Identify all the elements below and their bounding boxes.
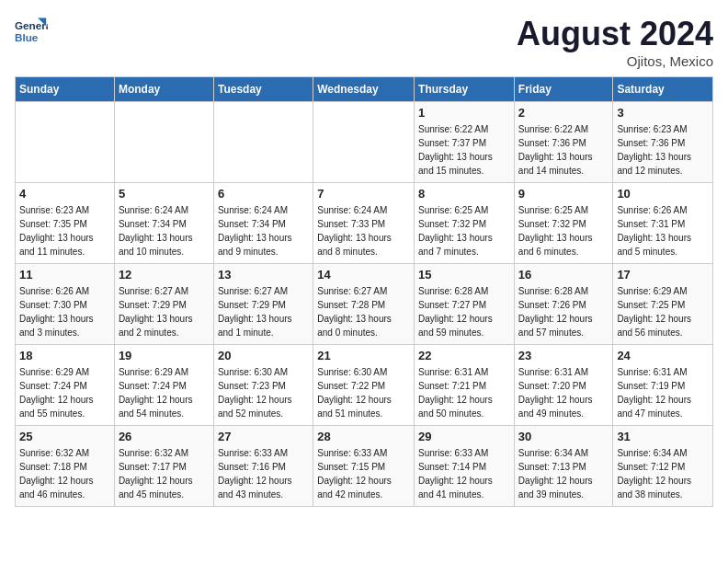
day-info: Sunrise: 6:31 AM Sunset: 7:19 PM Dayligh… [617,365,709,420]
calendar-cell: 22Sunrise: 6:31 AM Sunset: 7:21 PM Dayli… [415,345,515,426]
day-number: 6 [218,187,309,201]
day-number: 13 [218,268,309,282]
day-number: 14 [317,268,410,282]
day-info: Sunrise: 6:27 AM Sunset: 7:28 PM Dayligh… [317,284,410,339]
calendar-cell: 27Sunrise: 6:33 AM Sunset: 7:16 PM Dayli… [213,426,313,507]
calendar-cell: 19Sunrise: 6:29 AM Sunset: 7:24 PM Dayli… [114,345,213,426]
day-info: Sunrise: 6:29 AM Sunset: 7:24 PM Dayligh… [19,365,110,420]
calendar-cell: 6Sunrise: 6:24 AM Sunset: 7:34 PM Daylig… [213,183,313,264]
calendar-cell: 11Sunrise: 6:26 AM Sunset: 7:30 PM Dayli… [16,264,115,345]
calendar-cell [313,102,415,183]
calendar-cell: 28Sunrise: 6:33 AM Sunset: 7:15 PM Dayli… [313,426,415,507]
day-number: 2 [518,106,609,120]
calendar-cell: 31Sunrise: 6:34 AM Sunset: 7:12 PM Dayli… [613,426,713,507]
col-header-tuesday: Tuesday [213,77,313,102]
calendar-cell: 12Sunrise: 6:27 AM Sunset: 7:29 PM Dayli… [114,264,213,345]
day-number: 26 [119,430,210,443]
calendar-cell [114,102,213,183]
day-number: 10 [617,187,709,201]
svg-text:Blue: Blue [15,31,39,43]
day-number: 19 [119,349,210,362]
calendar-cell: 30Sunrise: 6:34 AM Sunset: 7:13 PM Dayli… [514,426,613,507]
day-info: Sunrise: 6:25 AM Sunset: 7:32 PM Dayligh… [518,203,609,259]
day-info: Sunrise: 6:29 AM Sunset: 7:25 PM Dayligh… [617,284,709,339]
calendar-cell: 1Sunrise: 6:22 AM Sunset: 7:37 PM Daylig… [415,102,515,183]
calendar-cell: 13Sunrise: 6:27 AM Sunset: 7:29 PM Dayli… [213,264,313,345]
calendar-cell: 16Sunrise: 6:28 AM Sunset: 7:26 PM Dayli… [514,264,613,345]
calendar-cell: 17Sunrise: 6:29 AM Sunset: 7:25 PM Dayli… [613,264,713,345]
day-info: Sunrise: 6:24 AM Sunset: 7:34 PM Dayligh… [119,203,210,259]
page-header: General Blue August 2024 Ojitos, Mexico [15,15,713,69]
day-number: 4 [19,187,110,201]
day-number: 27 [218,430,309,443]
calendar-cell: 7Sunrise: 6:24 AM Sunset: 7:33 PM Daylig… [313,183,415,264]
calendar-cell: 14Sunrise: 6:27 AM Sunset: 7:28 PM Dayli… [313,264,415,345]
location-subtitle: Ojitos, Mexico [517,53,713,69]
col-header-wednesday: Wednesday [313,77,415,102]
day-info: Sunrise: 6:33 AM Sunset: 7:14 PM Dayligh… [418,446,510,501]
day-number: 22 [418,349,510,362]
day-info: Sunrise: 6:34 AM Sunset: 7:13 PM Dayligh… [518,446,609,501]
col-header-saturday: Saturday [613,77,713,102]
day-number: 30 [518,430,609,443]
day-number: 29 [418,430,510,443]
day-number: 18 [19,349,110,362]
calendar-cell: 2Sunrise: 6:22 AM Sunset: 7:36 PM Daylig… [514,102,613,183]
day-number: 17 [617,268,709,282]
calendar-cell: 26Sunrise: 6:32 AM Sunset: 7:17 PM Dayli… [114,426,213,507]
calendar-cell: 10Sunrise: 6:26 AM Sunset: 7:31 PM Dayli… [613,183,713,264]
day-info: Sunrise: 6:28 AM Sunset: 7:27 PM Dayligh… [418,284,510,339]
day-number: 21 [317,349,410,362]
day-info: Sunrise: 6:27 AM Sunset: 7:29 PM Dayligh… [119,284,210,339]
month-year-title: August 2024 [517,15,713,53]
day-info: Sunrise: 6:26 AM Sunset: 7:30 PM Dayligh… [19,284,110,339]
calendar-cell: 29Sunrise: 6:33 AM Sunset: 7:14 PM Dayli… [415,426,515,507]
day-info: Sunrise: 6:25 AM Sunset: 7:32 PM Dayligh… [418,203,510,259]
day-number: 11 [19,268,110,282]
day-info: Sunrise: 6:28 AM Sunset: 7:26 PM Dayligh… [518,284,609,339]
day-number: 12 [119,268,210,282]
day-info: Sunrise: 6:33 AM Sunset: 7:16 PM Dayligh… [218,446,309,501]
day-number: 28 [317,430,410,443]
day-number: 5 [119,187,210,201]
day-info: Sunrise: 6:34 AM Sunset: 7:12 PM Dayligh… [617,446,709,501]
col-header-sunday: Sunday [16,77,115,102]
day-info: Sunrise: 6:32 AM Sunset: 7:17 PM Dayligh… [119,446,210,501]
day-info: Sunrise: 6:27 AM Sunset: 7:29 PM Dayligh… [218,284,309,339]
calendar-cell [213,102,313,183]
day-number: 9 [518,187,609,201]
col-header-thursday: Thursday [415,77,515,102]
calendar-cell: 20Sunrise: 6:30 AM Sunset: 7:23 PM Dayli… [213,345,313,426]
day-info: Sunrise: 6:22 AM Sunset: 7:37 PM Dayligh… [418,122,510,178]
col-header-friday: Friday [514,77,613,102]
day-number: 3 [617,106,709,120]
logo: General Blue [15,15,48,48]
day-info: Sunrise: 6:32 AM Sunset: 7:18 PM Dayligh… [19,446,110,501]
calendar-cell: 21Sunrise: 6:30 AM Sunset: 7:22 PM Dayli… [313,345,415,426]
day-info: Sunrise: 6:22 AM Sunset: 7:36 PM Dayligh… [518,122,609,178]
day-info: Sunrise: 6:33 AM Sunset: 7:15 PM Dayligh… [317,446,410,501]
calendar-cell: 3Sunrise: 6:23 AM Sunset: 7:36 PM Daylig… [613,102,713,183]
calendar-cell [16,102,115,183]
calendar-cell: 4Sunrise: 6:23 AM Sunset: 7:35 PM Daylig… [16,183,115,264]
calendar-cell: 15Sunrise: 6:28 AM Sunset: 7:27 PM Dayli… [415,264,515,345]
day-info: Sunrise: 6:30 AM Sunset: 7:22 PM Dayligh… [317,365,410,420]
calendar-cell: 25Sunrise: 6:32 AM Sunset: 7:18 PM Dayli… [16,426,115,507]
day-number: 20 [218,349,309,362]
day-number: 25 [19,430,110,443]
day-info: Sunrise: 6:31 AM Sunset: 7:20 PM Dayligh… [518,365,609,420]
logo-icon: General Blue [15,15,48,48]
calendar-cell: 23Sunrise: 6:31 AM Sunset: 7:20 PM Dayli… [514,345,613,426]
day-info: Sunrise: 6:30 AM Sunset: 7:23 PM Dayligh… [218,365,309,420]
day-info: Sunrise: 6:26 AM Sunset: 7:31 PM Dayligh… [617,203,709,259]
calendar-cell: 24Sunrise: 6:31 AM Sunset: 7:19 PM Dayli… [613,345,713,426]
col-header-monday: Monday [114,77,213,102]
day-info: Sunrise: 6:29 AM Sunset: 7:24 PM Dayligh… [119,365,210,420]
day-info: Sunrise: 6:31 AM Sunset: 7:21 PM Dayligh… [418,365,510,420]
day-number: 31 [617,430,709,443]
calendar-cell: 9Sunrise: 6:25 AM Sunset: 7:32 PM Daylig… [514,183,613,264]
day-info: Sunrise: 6:24 AM Sunset: 7:34 PM Dayligh… [218,203,309,259]
day-info: Sunrise: 6:23 AM Sunset: 7:35 PM Dayligh… [19,203,110,259]
calendar-table: SundayMondayTuesdayWednesdayThursdayFrid… [15,76,713,507]
calendar-cell: 18Sunrise: 6:29 AM Sunset: 7:24 PM Dayli… [16,345,115,426]
